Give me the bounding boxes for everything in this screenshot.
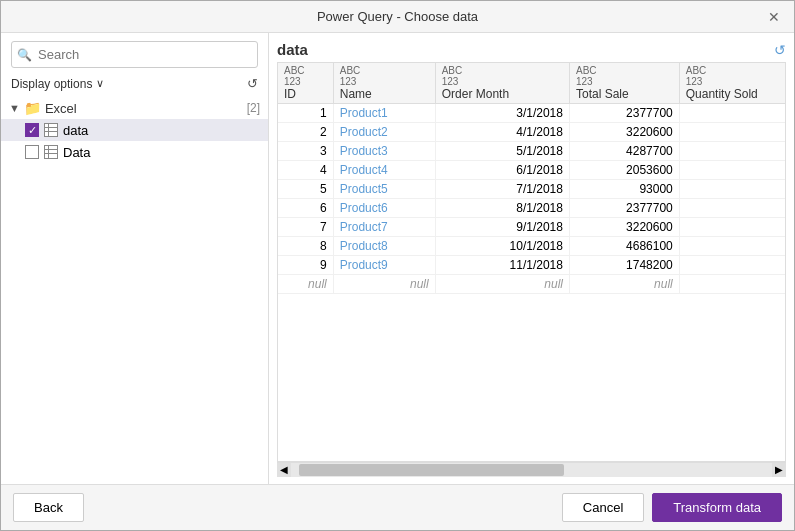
scroll-left-button[interactable]: ◀ <box>277 463 291 477</box>
col-header-order-month: ABC123 Order Month <box>435 63 569 104</box>
cell-quantity-sold: 7394 <box>679 237 786 256</box>
cell-id: 2 <box>278 123 333 142</box>
cell-order-month: 10/1/2018 <box>435 237 569 256</box>
table-icon-Data <box>43 144 59 160</box>
cell-name[interactable]: Product7 <box>333 218 435 237</box>
svg-rect-0 <box>45 124 58 137</box>
cell-name[interactable]: Product6 <box>333 199 435 218</box>
data-refresh-icon[interactable]: ↺ <box>774 42 786 58</box>
cell-total-sale: 3220600 <box>569 218 679 237</box>
tree-folder-label: Excel <box>45 101 243 116</box>
cell-quantity-sold: 4685 <box>679 218 786 237</box>
cell-quantity-sold: 3924 <box>679 199 786 218</box>
null-cell-id: null <box>278 275 333 294</box>
table-null-row: null null null null null <box>278 275 786 294</box>
cell-total-sale: 4686100 <box>569 237 679 256</box>
tree-item-checkbox-data[interactable]: ✓ <box>25 123 39 137</box>
table-row: 3 Product3 5/1/2018 4287700 7109 <box>278 142 786 161</box>
cell-quantity-sold: 7109 <box>679 142 786 161</box>
data-table-container: ABC123 ID ABC123 Name ABC123 Order Month <box>277 62 786 462</box>
footer-left: Back <box>13 493 84 522</box>
display-options-label-text: Display options <box>11 77 92 91</box>
cell-name[interactable]: Product1 <box>333 104 435 123</box>
cell-order-month: 6/1/2018 <box>435 161 569 180</box>
cell-order-month: 7/1/2018 <box>435 180 569 199</box>
cell-order-month: 3/1/2018 <box>435 104 569 123</box>
cell-quantity-sold: 3924 <box>679 104 786 123</box>
cell-quantity-sold: 4685 <box>679 123 786 142</box>
cancel-button[interactable]: Cancel <box>562 493 644 522</box>
null-cell-name: null <box>333 275 435 294</box>
horizontal-scrollbar[interactable]: ◀ ▶ <box>277 462 786 476</box>
cell-total-sale: 3220600 <box>569 123 679 142</box>
cell-name[interactable]: Product5 <box>333 180 435 199</box>
cell-order-month: 5/1/2018 <box>435 142 569 161</box>
cell-quantity-sold: 3415 <box>679 161 786 180</box>
cell-total-sale: 1748200 <box>569 256 679 275</box>
cell-total-sale: 93000 <box>569 180 679 199</box>
table-row: 4 Product4 6/1/2018 2053600 3415 <box>278 161 786 180</box>
col-header-name: ABC123 Name <box>333 63 435 104</box>
null-cell-quantity-sold: null <box>679 275 786 294</box>
footer-right: Cancel Transform data <box>562 493 782 522</box>
table-row: 1 Product1 3/1/2018 2377700 3924 <box>278 104 786 123</box>
expand-icon: ▼ <box>9 102 20 114</box>
right-panel: data ↺ ABC123 ID ABC123 Name <box>269 33 794 484</box>
cell-order-month: 8/1/2018 <box>435 199 569 218</box>
dialog-title: Power Query - Choose data <box>317 9 478 24</box>
display-options-row: Display options ∨ ↺ <box>1 74 268 97</box>
search-icon: 🔍 <box>17 48 32 62</box>
cell-quantity-sold: 3320 <box>679 256 786 275</box>
data-table: ABC123 ID ABC123 Name ABC123 Order Month <box>278 63 786 294</box>
close-button[interactable]: ✕ <box>764 7 784 27</box>
data-table-title: data <box>277 41 308 58</box>
scroll-thumb[interactable] <box>299 464 564 476</box>
left-panel: 🔍 Display options ∨ ↺ ▼ 📁 Excel [2] <box>1 33 269 484</box>
cell-name[interactable]: Product9 <box>333 256 435 275</box>
table-header-row: ABC123 ID ABC123 Name ABC123 Order Month <box>278 63 786 104</box>
search-input[interactable] <box>11 41 258 68</box>
transform-data-button[interactable]: Transform data <box>652 493 782 522</box>
col-header-total-sale: ABC123 Total Sale <box>569 63 679 104</box>
tree-item-Data[interactable]: Data <box>1 141 268 163</box>
cell-total-sale: 2377700 <box>569 104 679 123</box>
tree-item-data[interactable]: ✓ data <box>1 119 268 141</box>
cell-id: 5 <box>278 180 333 199</box>
cell-order-month: 4/1/2018 <box>435 123 569 142</box>
data-header: data ↺ <box>277 41 786 58</box>
scroll-right-button[interactable]: ▶ <box>772 463 786 477</box>
search-box: 🔍 <box>11 41 258 68</box>
table-row: 6 Product6 8/1/2018 2377700 3924 <box>278 199 786 218</box>
col-header-quantity-sold: ABC123 Quantity Sold <box>679 63 786 104</box>
cell-id: 7 <box>278 218 333 237</box>
table-row: 5 Product5 7/1/2018 93000 233 <box>278 180 786 199</box>
col-header-id: ABC123 ID <box>278 63 333 104</box>
tree-item-label-Data: Data <box>63 145 90 160</box>
table-row: 7 Product7 9/1/2018 3220600 4685 <box>278 218 786 237</box>
null-cell-order-month: null <box>435 275 569 294</box>
display-options-button[interactable]: Display options ∨ <box>11 77 104 91</box>
cell-id: 8 <box>278 237 333 256</box>
scroll-track[interactable] <box>291 463 772 477</box>
back-button[interactable]: Back <box>13 493 84 522</box>
left-refresh-icon[interactable]: ↺ <box>247 76 258 91</box>
cell-quantity-sold: 233 <box>679 180 786 199</box>
cell-total-sale: 4287700 <box>569 142 679 161</box>
cell-name[interactable]: Product2 <box>333 123 435 142</box>
tree-folder-count: [2] <box>247 101 260 115</box>
cell-order-month: 9/1/2018 <box>435 218 569 237</box>
tree-item-checkbox-Data[interactable] <box>25 145 39 159</box>
cell-total-sale: 2053600 <box>569 161 679 180</box>
cell-id: 9 <box>278 256 333 275</box>
main-content: 🔍 Display options ∨ ↺ ▼ 📁 Excel [2] <box>1 33 794 484</box>
cell-name[interactable]: Product4 <box>333 161 435 180</box>
chevron-down-icon: ∨ <box>96 77 104 90</box>
cell-name[interactable]: Product8 <box>333 237 435 256</box>
null-cell-total-sale: null <box>569 275 679 294</box>
tree-area: ▼ 📁 Excel [2] ✓ <box>1 97 268 476</box>
footer: Back Cancel Transform data <box>1 484 794 530</box>
cell-name[interactable]: Product3 <box>333 142 435 161</box>
table-row: 9 Product9 11/1/2018 1748200 3320 <box>278 256 786 275</box>
cell-order-month: 11/1/2018 <box>435 256 569 275</box>
table-icon-data <box>43 122 59 138</box>
